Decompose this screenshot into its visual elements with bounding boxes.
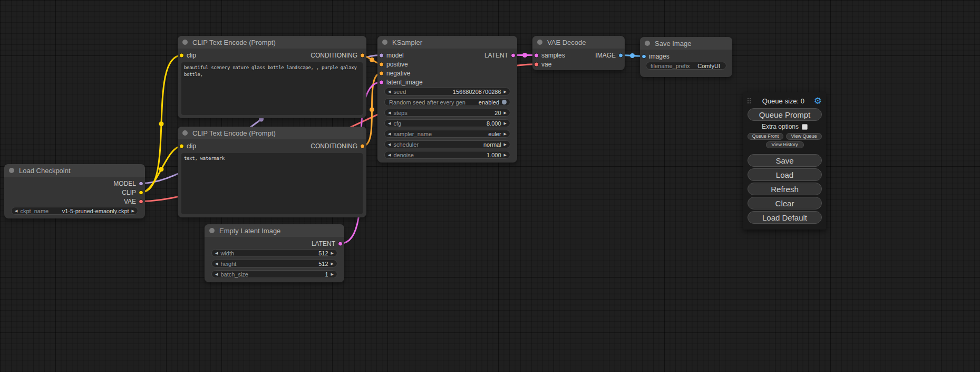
increment-arrow-icon[interactable]: ▶ bbox=[504, 121, 507, 125]
node-title-bar[interactable]: Empty Latent Image bbox=[205, 224, 344, 237]
image-link-midpoint-dot[interactable] bbox=[630, 53, 635, 58]
node-ksampler[interactable]: KSampler model LATENT positive negative … bbox=[377, 36, 517, 163]
collapse-dot-icon[interactable] bbox=[182, 130, 188, 136]
load-button[interactable]: Load bbox=[748, 168, 822, 181]
decrement-arrow-icon[interactable]: ◀ bbox=[388, 142, 391, 146]
node-empty-latent-image[interactable]: Empty Latent Image LATENT ◀ width 512 ▶ … bbox=[205, 224, 344, 282]
output-port-image[interactable] bbox=[618, 53, 623, 58]
node-title: Save Image bbox=[655, 40, 691, 47]
input-label-images: images bbox=[649, 53, 669, 60]
input-port-samples[interactable] bbox=[534, 53, 539, 58]
input-port-images[interactable] bbox=[642, 54, 646, 59]
output-port-model[interactable] bbox=[139, 181, 143, 186]
negative-conditioning-link-midpoint-dot[interactable] bbox=[370, 107, 374, 112]
increment-arrow-icon[interactable]: ▶ bbox=[504, 142, 507, 146]
decrement-arrow-icon[interactable]: ◀ bbox=[215, 272, 218, 276]
output-port-latent[interactable] bbox=[338, 241, 343, 246]
input-port-clip[interactable] bbox=[179, 53, 184, 58]
node-vae-decode[interactable]: VAE Decode samples IMAGE vae bbox=[532, 36, 625, 70]
queue-prompt-button[interactable]: Queue Prompt bbox=[748, 108, 822, 121]
node-title-bar[interactable]: Save Image bbox=[640, 37, 732, 50]
widget-label: Random seed after every gen bbox=[389, 99, 465, 106]
clip-to-positive-encode-link-midpoint-dot[interactable] bbox=[159, 121, 164, 126]
output-port-clip[interactable] bbox=[139, 190, 143, 195]
height-widget[interactable]: ◀ height 512 ▶ bbox=[211, 260, 337, 268]
node-graph-canvas[interactable]: Load Checkpoint MODEL CLIP VAE ◀ ckpt_na… bbox=[0, 0, 980, 372]
width-widget[interactable]: ◀ width 512 ▶ bbox=[211, 249, 337, 257]
save-button[interactable]: Save bbox=[748, 154, 822, 167]
decrement-arrow-icon[interactable]: ◀ bbox=[15, 209, 17, 213]
clear-button[interactable]: Clear bbox=[748, 197, 822, 209]
decrement-arrow-icon[interactable]: ◀ bbox=[388, 153, 391, 157]
node-title-bar[interactable]: VAE Decode bbox=[532, 36, 625, 49]
output-port-conditioning[interactable] bbox=[360, 53, 365, 58]
ckpt-name-widget[interactable]: ◀ ckpt_name v1-5-pruned-emaonly.ckpt ▶ bbox=[11, 207, 138, 215]
cfg-widget[interactable]: ◀ cfg 8.000 ▶ bbox=[384, 119, 510, 127]
increment-arrow-icon[interactable]: ▶ bbox=[504, 90, 507, 93]
increment-arrow-icon[interactable]: ▶ bbox=[504, 111, 507, 115]
output-port-latent[interactable] bbox=[511, 53, 516, 58]
decrement-arrow-icon[interactable]: ◀ bbox=[215, 262, 218, 265]
increment-arrow-icon[interactable]: ▶ bbox=[132, 209, 134, 213]
steps-widget[interactable]: ◀ steps 20 ▶ bbox=[384, 109, 510, 117]
node-load-checkpoint[interactable]: Load Checkpoint MODEL CLIP VAE ◀ ckpt_na… bbox=[4, 164, 145, 218]
input-port-positive[interactable] bbox=[379, 62, 384, 66]
positive-conditioning-link-midpoint-dot[interactable] bbox=[370, 58, 374, 62]
input-port-latent-image[interactable] bbox=[379, 80, 384, 84]
positive-prompt-textarea[interactable]: beautiful scenery nature glass bottle la… bbox=[181, 62, 363, 115]
node-save-image[interactable]: Save Image images filename_prefix ComfyU… bbox=[640, 37, 732, 77]
queue-panel-header: Queue size: 0 ⚙ bbox=[748, 96, 822, 106]
collapse-dot-icon[interactable] bbox=[645, 41, 650, 46]
collapse-dot-icon[interactable] bbox=[182, 40, 188, 45]
increment-arrow-icon[interactable]: ▶ bbox=[331, 272, 334, 276]
output-port-conditioning[interactable] bbox=[360, 144, 365, 149]
load-default-button[interactable]: Load Default bbox=[748, 211, 822, 224]
sampler-name-widget[interactable]: ◀ sampler_name euler ▶ bbox=[384, 130, 510, 138]
decrement-arrow-icon[interactable]: ◀ bbox=[215, 251, 218, 255]
toggle-knob-icon[interactable] bbox=[502, 100, 507, 104]
output-label-latent: LATENT bbox=[312, 240, 335, 247]
increment-arrow-icon[interactable]: ▶ bbox=[504, 132, 507, 136]
node-title-bar[interactable]: Load Checkpoint bbox=[4, 164, 145, 177]
decrement-arrow-icon[interactable]: ◀ bbox=[388, 121, 391, 125]
increment-arrow-icon[interactable]: ▶ bbox=[331, 262, 334, 265]
output-port-vae[interactable] bbox=[139, 199, 143, 204]
node-clip-text-encode-positive[interactable]: CLIP Text Encode (Prompt) clip CONDITION… bbox=[178, 36, 366, 118]
collapse-dot-icon[interactable] bbox=[209, 228, 215, 233]
node-title-bar[interactable]: CLIP Text Encode (Prompt) bbox=[178, 36, 366, 49]
filename-prefix-widget[interactable]: filename_prefix ComfyUI bbox=[646, 62, 726, 70]
collapse-dot-icon[interactable] bbox=[382, 40, 387, 45]
collapse-dot-icon[interactable] bbox=[537, 40, 542, 45]
negative-prompt-textarea[interactable]: text, watermark bbox=[181, 153, 363, 214]
collapse-dot-icon[interactable] bbox=[9, 168, 14, 173]
refresh-button[interactable]: Refresh bbox=[748, 183, 822, 195]
denoise-widget[interactable]: ◀ denoise 1.000 ▶ bbox=[384, 151, 510, 159]
batch-size-widget[interactable]: ◀ batch_size 1 ▶ bbox=[211, 270, 337, 278]
seed-widget[interactable]: ◀ seed 156680208700286 ▶ bbox=[384, 88, 510, 96]
queue-panel[interactable]: Queue size: 0 ⚙ Queue Prompt Extra optio… bbox=[743, 92, 826, 230]
input-port-negative[interactable] bbox=[379, 71, 384, 75]
node-clip-text-encode-negative[interactable]: CLIP Text Encode (Prompt) clip CONDITION… bbox=[178, 127, 366, 217]
node-title-bar[interactable]: CLIP Text Encode (Prompt) bbox=[178, 127, 366, 139]
increment-arrow-icon[interactable]: ▶ bbox=[331, 251, 334, 255]
node-title-bar[interactable]: KSampler bbox=[377, 36, 517, 49]
decrement-arrow-icon[interactable]: ◀ bbox=[388, 132, 391, 136]
output-row-clip: CLIP bbox=[4, 188, 145, 197]
view-queue-button[interactable]: View Queue bbox=[786, 133, 822, 140]
settings-gear-icon[interactable]: ⚙ bbox=[814, 97, 822, 106]
input-port-model[interactable] bbox=[379, 53, 384, 58]
scheduler-widget[interactable]: ◀ scheduler normal ▶ bbox=[384, 140, 510, 148]
extra-options-checkbox[interactable] bbox=[802, 124, 808, 130]
random-seed-toggle-widget[interactable]: Random seed after every gen enabled bbox=[384, 98, 510, 106]
widget-value: 20 bbox=[494, 110, 501, 116]
increment-arrow-icon[interactable]: ▶ bbox=[504, 153, 507, 157]
view-history-button[interactable]: View History bbox=[766, 141, 804, 148]
input-port-vae[interactable] bbox=[534, 62, 539, 66]
input-port-clip[interactable] bbox=[179, 144, 184, 149]
drag-handle-icon[interactable] bbox=[748, 98, 753, 104]
decrement-arrow-icon[interactable]: ◀ bbox=[388, 111, 391, 115]
decrement-arrow-icon[interactable]: ◀ bbox=[388, 90, 391, 93]
queue-front-button[interactable]: Queue Front bbox=[748, 133, 783, 140]
clip-to-negative-encode-link-midpoint-dot[interactable] bbox=[159, 167, 164, 171]
samples-latent-link-midpoint-dot[interactable] bbox=[522, 53, 527, 58]
